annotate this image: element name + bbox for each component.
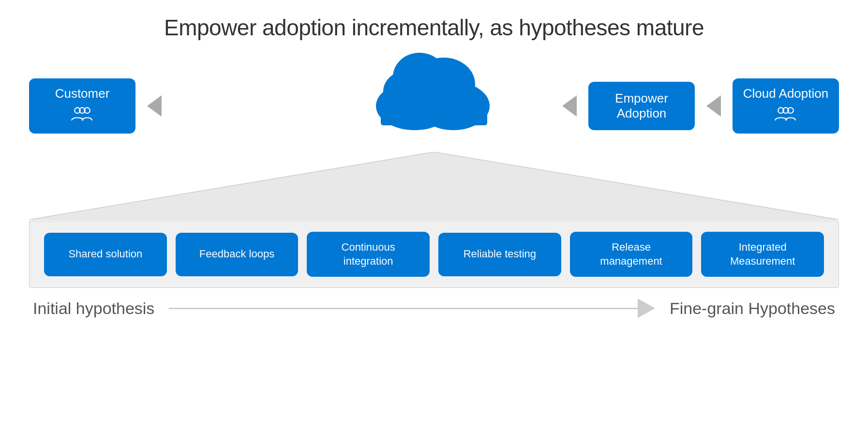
customer-icon bbox=[70, 105, 94, 126]
bottom-box-reliable: Reliable testing bbox=[438, 233, 561, 276]
bottom-box-feedback: Feedback loops bbox=[176, 233, 299, 276]
cloud-icon bbox=[371, 41, 497, 133]
bottom-box-release: Release management bbox=[570, 232, 693, 277]
cloud-adoption-box: Cloud Adoption bbox=[733, 78, 839, 134]
left-chevron-icon bbox=[147, 95, 162, 117]
cloud-adoption-label: Cloud Adoption bbox=[743, 86, 828, 101]
bottom-box-shared: Shared solution bbox=[44, 233, 167, 276]
cloud-adoption-icon bbox=[774, 105, 798, 126]
svg-point-4 bbox=[393, 53, 446, 101]
triangle-section bbox=[29, 152, 839, 222]
middle-section: Customer EmpowerAdoption bbox=[29, 55, 839, 157]
page-container: Empower adoption incrementally, as hypot… bbox=[0, 0, 868, 435]
bottom-bar: Shared solution Feedback loops Continuou… bbox=[29, 221, 839, 288]
empower-label: EmpowerAdoption bbox=[615, 91, 668, 121]
customer-box: Customer bbox=[29, 78, 135, 134]
right-chevron-icon bbox=[562, 95, 577, 117]
svg-rect-5 bbox=[381, 101, 487, 125]
cloud-adoption-chevron-icon bbox=[706, 95, 721, 117]
customer-label: Customer bbox=[55, 86, 110, 101]
page-title: Empower adoption incrementally, as hypot… bbox=[164, 15, 704, 41]
left-group: Customer bbox=[29, 78, 173, 134]
initial-hypothesis-label: Initial hypothesis bbox=[33, 299, 154, 318]
bottom-box-continuous: Continuous integration bbox=[307, 232, 430, 277]
bottom-box-integrated: Integrated Measurement bbox=[701, 232, 824, 277]
fine-grain-label: Fine-grain Hypotheses bbox=[670, 299, 835, 318]
right-group: EmpowerAdoption Cloud Adoption bbox=[551, 78, 839, 134]
svg-marker-12 bbox=[29, 152, 839, 220]
empower-box: EmpowerAdoption bbox=[588, 82, 695, 130]
